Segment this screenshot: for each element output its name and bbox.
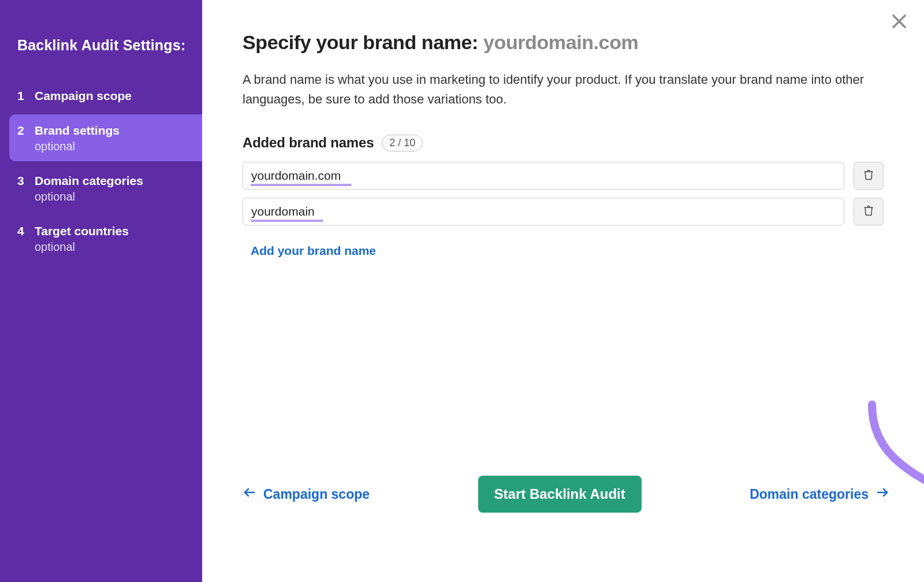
start-audit-button[interactable]: Start Backlink Audit [478, 476, 642, 513]
heading-domain: yourdomain.com [483, 31, 638, 53]
sidebar-title: Backlink Audit Settings: [17, 36, 202, 55]
step-number: 1 [17, 89, 25, 103]
subheading: Added brand names [243, 135, 374, 151]
spellcheck-underline [251, 220, 323, 222]
step-target-countries[interactable]: 4 Target countries optional [17, 215, 202, 262]
brand-row [243, 162, 884, 190]
subheading-row: Added brand names 2 / 10 [243, 135, 884, 151]
step-sublabel: optional [35, 140, 120, 153]
brand-row [243, 198, 884, 225]
next-step-link[interactable]: Domain categories [750, 485, 889, 503]
heading-prefix: Specify your brand name: [243, 31, 483, 53]
arrow-right-icon [875, 485, 889, 503]
step-number: 2 [17, 124, 25, 138]
step-campaign-scope[interactable]: 1 Campaign scope [17, 80, 202, 111]
arrow-left-icon [243, 485, 256, 503]
step-label: Brand settings [35, 124, 120, 138]
delete-brand-button[interactable] [854, 162, 884, 190]
footer-nav: Campaign scope Start Backlink Audit Doma… [243, 476, 889, 513]
spellcheck-underline [251, 184, 352, 186]
step-label: Domain categories [35, 174, 143, 188]
step-domain-categories[interactable]: 3 Domain categories optional [17, 165, 202, 212]
prev-step-label: Campaign scope [263, 487, 370, 502]
step-sublabel: optional [35, 190, 143, 203]
step-number: 4 [17, 224, 25, 238]
delete-brand-button[interactable] [854, 198, 884, 225]
step-label: Campaign scope [35, 89, 132, 103]
trash-icon [863, 169, 874, 182]
close-button[interactable] [891, 13, 908, 30]
step-sublabel: optional [35, 240, 129, 254]
next-step-label: Domain categories [750, 487, 869, 502]
intro-text: A brand name is what you use in marketin… [243, 70, 872, 109]
page-heading: Specify your brand name: yourdomain.com [243, 30, 884, 55]
step-brand-settings[interactable]: 2 Brand settings optional [9, 114, 202, 161]
step-list: 1 Campaign scope 2 Brand settings option… [17, 80, 202, 262]
sidebar: Backlink Audit Settings: 1 Campaign scop… [0, 0, 202, 582]
main-panel: Specify your brand name: yourdomain.com … [202, 0, 924, 582]
add-brand-link[interactable]: Add your brand name [251, 244, 376, 258]
count-badge: 2 / 10 [382, 135, 423, 151]
prev-step-link[interactable]: Campaign scope [243, 485, 370, 503]
brand-name-input[interactable] [243, 198, 844, 225]
close-icon [891, 13, 908, 30]
step-label: Target countries [35, 224, 129, 238]
trash-icon [863, 205, 874, 218]
step-number: 3 [17, 174, 25, 188]
